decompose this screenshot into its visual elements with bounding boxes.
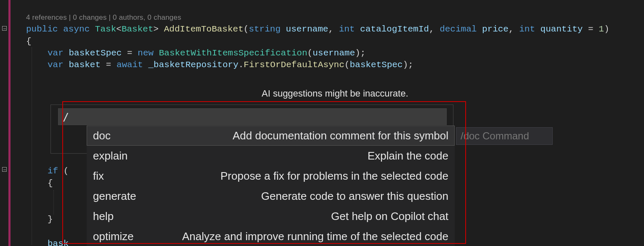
indent-guide: [32, 47, 32, 245]
indent-guide: [53, 190, 54, 215]
ai-command-desc: Generate code to answer this question: [136, 190, 448, 203]
code-fragment-lbrace: {: [48, 178, 53, 188]
code-line-basket: var basket = await _basketRepository.Fir…: [48, 59, 413, 71]
ai-command-name: optimize: [93, 230, 134, 243]
codelens-info[interactable]: 4 references | 0 changes | 0 authors, 0 …: [26, 13, 181, 22]
ai-command-item-help[interactable]: help Get help on Copilot chat: [87, 206, 455, 226]
fold-icon[interactable]: [2, 167, 7, 172]
ai-command-input[interactable]: [58, 108, 447, 125]
change-margin: [8, 0, 11, 246]
editor-gutter: [0, 0, 8, 246]
ai-command-desc: Get help on Copilot chat: [114, 210, 448, 223]
ai-command-item-fix[interactable]: fix Propose a fix for problems in the se…: [87, 166, 455, 186]
ai-command-item-explain[interactable]: explain Explain the code: [87, 146, 455, 166]
code-line-brace: {: [26, 36, 32, 47]
code-line-basketspec: var basketSpec = new BasketWithItemsSpec…: [48, 47, 366, 59]
ai-command-name: doc: [93, 129, 111, 142]
ai-command-tooltip: /doc Command: [456, 127, 553, 145]
ai-command-list: doc Add documentation comment for this s…: [87, 126, 455, 246]
ai-command-desc: Add documentation comment for this symbo…: [111, 129, 448, 142]
ai-command-desc: Analyze and improve running time of the …: [134, 230, 448, 243]
ai-command-item-doc[interactable]: doc Add documentation comment for this s…: [87, 126, 455, 146]
ai-command-name: help: [93, 210, 114, 223]
code-fragment-bask: bask: [48, 239, 69, 246]
fold-icon[interactable]: [2, 26, 7, 31]
code-fragment-if: if (: [48, 166, 69, 176]
code-line-signature: public async Task<Basket> AddItemToBaske…: [26, 24, 609, 35]
ai-command-name: generate: [93, 190, 136, 203]
ai-command-desc: Propose a fix for problems in the select…: [104, 170, 448, 183]
ai-command-name: fix: [93, 170, 104, 183]
ai-command-item-optimize[interactable]: optimize Analyze and improve running tim…: [87, 226, 455, 246]
ai-command-name: explain: [93, 149, 127, 162]
ai-command-item-generate[interactable]: generate Generate code to answer this qu…: [87, 186, 455, 206]
ai-command-desc: Explain the code: [127, 149, 448, 162]
code-fragment-rbrace: }: [48, 215, 53, 224]
ai-warning-label: AI suggestions might be inaccurate.: [262, 88, 408, 99]
